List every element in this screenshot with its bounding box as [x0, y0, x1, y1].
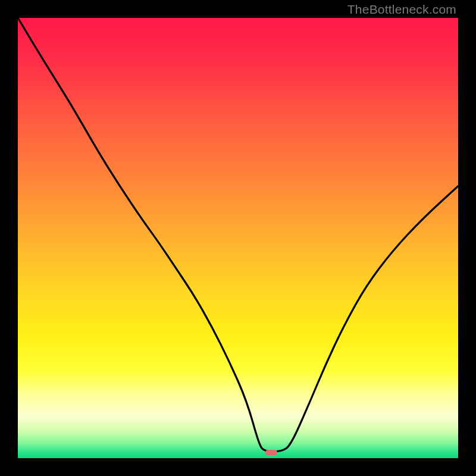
- watermark-text: TheBottleneck.com: [347, 2, 456, 17]
- plot-area: [18, 18, 458, 458]
- background-gradient: [18, 18, 458, 458]
- optimal-marker: [265, 450, 277, 455]
- chart-frame: TheBottleneck.com: [0, 0, 476, 476]
- svg-rect-0: [18, 18, 458, 458]
